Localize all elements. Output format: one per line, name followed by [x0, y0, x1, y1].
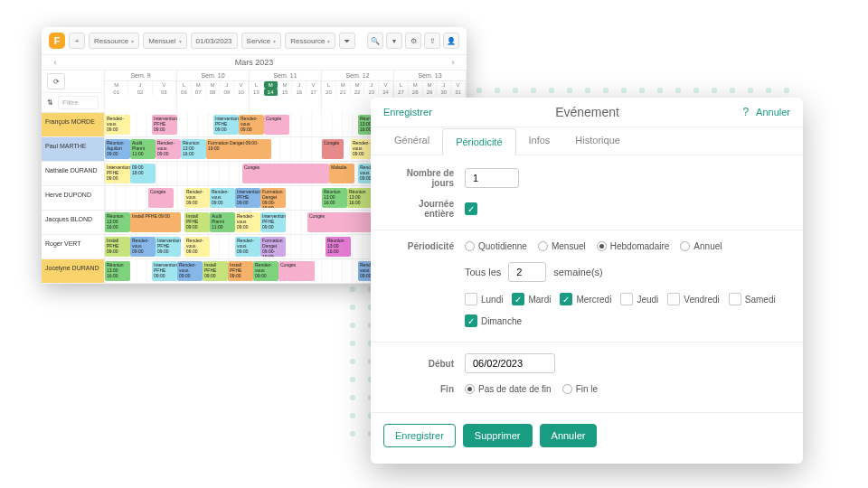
radio-hebdomadaire[interactable]: Hebdomadaire — [597, 241, 670, 251]
tab-periodicite[interactable]: Périodicité — [442, 128, 515, 155]
event-block[interactable]: Rendez-vous 09:00 — [253, 261, 278, 281]
every-input[interactable] — [508, 262, 546, 282]
event-block[interactable]: Formation Danget 09:00-19:00 — [260, 237, 286, 257]
help-icon[interactable]: ? — [742, 106, 749, 118]
cancel-button[interactable]: Annuler — [540, 424, 598, 447]
event-block[interactable]: Install PFHE 09:00 — [105, 237, 130, 257]
resource2-select[interactable]: Ressource — [285, 33, 335, 49]
resource-select[interactable]: Ressource — [89, 33, 139, 49]
event-block[interactable]: Formation Danget 09:00-19:00 — [260, 188, 286, 208]
event-block[interactable]: Réunion 13:00 16:00 — [105, 261, 130, 281]
event-block[interactable]: Réunion 13:00 16:00 — [105, 212, 130, 232]
event-block[interactable]: Réunion 13:00 16:00 — [326, 237, 351, 257]
event-block[interactable]: Install PFHE 09:00 — [184, 212, 210, 232]
tab-general[interactable]: Général — [382, 127, 442, 155]
event-block[interactable]: Intervention PFHE 09:00 — [152, 261, 177, 281]
event-block[interactable]: Install PFHE 09:00 — [130, 212, 181, 232]
search-icon[interactable]: 🔍 — [367, 33, 383, 49]
event-block[interactable]: Congés — [278, 261, 315, 281]
gear-icon[interactable]: ⚙ — [405, 33, 421, 49]
day-short: L — [250, 81, 264, 89]
journee-checkbox[interactable]: ✓ — [465, 202, 477, 215]
event-block[interactable]: Install PFHE 09:00 — [228, 261, 253, 281]
day-num: 21 — [336, 89, 351, 96]
event-block[interactable]: Réunion 13:00 16:00 — [347, 188, 373, 208]
event-block[interactable]: Maladie — [329, 164, 354, 183]
event-block[interactable]: 09:00 18:00 — [130, 164, 156, 183]
event-block[interactable]: Rendez-vous 09:00 — [130, 237, 156, 257]
event-block[interactable]: Install PFHE 09:00 — [203, 261, 228, 281]
day-num: 22 — [351, 89, 365, 96]
event-block[interactable]: Rendez-vous 09:00 — [177, 261, 203, 281]
event-block[interactable]: Formation Danget 09:00-19:00 — [206, 139, 271, 159]
next-month-button[interactable]: › — [447, 58, 459, 67]
radio-quotidienne[interactable]: Quotidienne — [465, 241, 527, 251]
debut-input[interactable] — [465, 353, 555, 373]
refresh-button[interactable]: ⟳ — [47, 73, 65, 89]
day-mardi[interactable]: ✓Mardi — [512, 293, 551, 305]
event-block[interactable]: Congés — [322, 139, 344, 159]
delete-button[interactable]: Supprimer — [463, 424, 533, 447]
radio-fin-none[interactable]: Pas de date de fin — [465, 384, 552, 394]
user-icon[interactable]: 👤 — [443, 33, 459, 49]
export-icon[interactable]: ⇪ — [424, 33, 440, 49]
month-label: Mars 2023 — [61, 58, 447, 67]
day-vendredi[interactable]: Vendredi — [667, 293, 719, 305]
save-button[interactable]: Enregistrer — [383, 424, 456, 447]
event-block[interactable]: Intervention PFHE 09:00 — [156, 237, 181, 257]
date-input[interactable]: 01/03/2023 — [191, 33, 238, 49]
filter-input[interactable]: Filtre — [58, 96, 99, 109]
event-block[interactable]: Audit Planni 11:00 — [210, 212, 235, 232]
add-button[interactable]: + — [69, 33, 85, 49]
event-block[interactable]: Audit Planni 11:00 — [130, 139, 156, 159]
tab-historique[interactable]: Historique — [562, 127, 633, 155]
sort-icon[interactable]: ⇅ — [47, 99, 53, 107]
prev-month-button[interactable]: ‹ — [49, 58, 61, 67]
event-block[interactable]: Congés — [148, 188, 174, 208]
event-block[interactable]: Intervention PFHE 09:00 — [152, 115, 177, 135]
event-block[interactable]: Intervention PFHE 09:00 — [235, 188, 260, 208]
event-block[interactable]: Congés — [242, 164, 329, 183]
event-block[interactable]: Rendez-vous 09:00 — [184, 237, 210, 257]
event-block[interactable]: Réunion 13:00 16:00 — [181, 139, 206, 159]
event-block[interactable]: Rendez-vous 09:00 — [235, 212, 260, 232]
event-block[interactable]: Réunion 13:00 16:00 — [322, 188, 347, 208]
modal-save-link[interactable]: Enregistrer — [383, 107, 432, 117]
event-block[interactable]: Réunion Aquilon 09:00 — [105, 139, 130, 159]
event-block[interactable]: Rendez-vous 09:00 — [184, 188, 210, 208]
day-jeudi[interactable]: Jeudi — [620, 293, 658, 305]
resource-name[interactable]: Jocelyne DURAND — [42, 259, 105, 283]
event-block[interactable]: Congés — [307, 212, 373, 232]
filter-icon[interactable]: ⏷ — [339, 33, 355, 49]
radio-annuel[interactable]: Annuel — [680, 241, 722, 251]
nb-jours-input[interactable] — [465, 168, 519, 188]
event-block[interactable]: Rendez-vous 09:00 — [156, 139, 181, 159]
day-mercredi[interactable]: ✓Mercredi — [560, 293, 611, 305]
dropdown-icon[interactable]: ▾ — [386, 33, 402, 49]
event-block[interactable]: Rendez-vous 09:00 — [239, 115, 264, 135]
radio-fin-le[interactable]: Fin le — [562, 384, 598, 394]
radio-mensuel[interactable]: Mensuel — [538, 241, 586, 251]
day-samedi[interactable]: Samedi — [729, 293, 776, 305]
event-block[interactable]: Rendez-vous 09:00 — [210, 188, 235, 208]
event-block[interactable]: Congés — [264, 115, 289, 135]
service-select[interactable]: Service — [241, 33, 282, 49]
resource-name[interactable]: Paul MARTHE — [42, 137, 105, 161]
resource-name[interactable]: Hervé DUPOND — [42, 186, 105, 210]
resource-name[interactable]: Jacques BLOND — [42, 211, 105, 234]
event-block[interactable]: Intervention PFHE 09:00 — [105, 164, 130, 183]
modal-cancel-link[interactable]: Annuler — [756, 107, 790, 117]
event-block[interactable]: Intervention PFHE 09:00 — [213, 115, 239, 135]
day-num: 30 — [437, 89, 451, 96]
day-num: 09 — [220, 89, 234, 96]
resource-name[interactable]: François MORDE — [42, 113, 105, 136]
day-lundi[interactable]: Lundi — [465, 293, 503, 305]
resource-name[interactable]: Nathalie DURAND — [42, 162, 105, 185]
resource-name[interactable]: Roger VERT — [42, 235, 105, 258]
day-dimanche[interactable]: ✓Dimanche — [465, 314, 522, 327]
tab-infos[interactable]: Infos — [516, 127, 563, 155]
view-select[interactable]: Mensuel — [143, 33, 186, 49]
event-block[interactable]: Intervention PFHE 09:00 — [260, 212, 286, 232]
event-block[interactable]: Rendez-vous 09:00 — [105, 115, 130, 135]
event-block[interactable]: Rendez-vous 09:00 — [235, 237, 260, 257]
